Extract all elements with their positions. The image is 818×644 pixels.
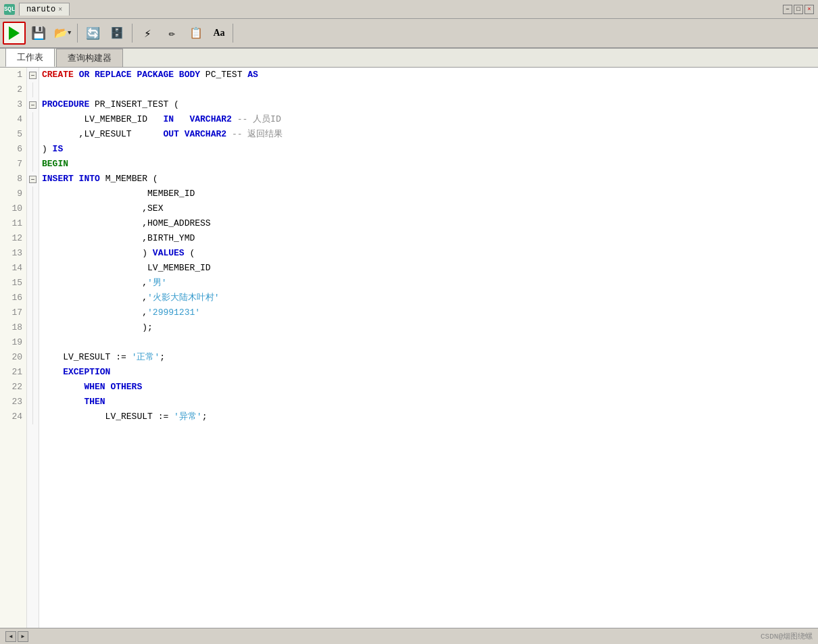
fold-guide-line xyxy=(32,365,33,380)
fold-minus-icon[interactable]: − xyxy=(29,176,37,183)
line-number: 15 xyxy=(0,276,26,291)
open-button[interactable]: 📂 ▼ xyxy=(51,22,74,45)
maximize-button[interactable]: □ xyxy=(794,5,803,14)
code-token: AS xyxy=(247,70,258,80)
line-number: 13 xyxy=(0,246,26,261)
code-line: ,BIRTH_YMD xyxy=(42,231,818,246)
gutter-cell[interactable]: − xyxy=(27,172,39,187)
code-token: '火影大陆木叶村' xyxy=(147,293,220,303)
code-token: OUT VARCHAR2 xyxy=(163,129,226,139)
code-token: , xyxy=(42,278,147,288)
code-token: ; xyxy=(202,412,208,422)
fold-guide-line xyxy=(32,157,33,172)
commit-icon: 📋 xyxy=(189,26,203,40)
scroll-right-button[interactable]: ▶ xyxy=(18,631,28,642)
line-number: 23 xyxy=(0,395,26,410)
connect-button[interactable]: 🗄️ xyxy=(105,22,128,45)
line-number-column: 123456789101112131415161718192021222324 xyxy=(0,68,27,628)
run-button[interactable] xyxy=(3,22,26,45)
code-line: ,SEX xyxy=(42,201,818,216)
gutter-cell xyxy=(27,320,39,335)
title-tab[interactable]: naruto × xyxy=(19,3,70,16)
refresh-icon: 🔄 xyxy=(86,26,100,41)
code-token: '29991231' xyxy=(147,307,200,318)
fold-minus-icon[interactable]: − xyxy=(29,101,37,109)
fold-guide-line xyxy=(32,231,33,246)
code-line: ,'男' xyxy=(42,276,818,291)
fold-minus-icon[interactable]: − xyxy=(29,72,37,79)
gutter-cell xyxy=(27,276,39,291)
code-token: LV_MEMBER_ID xyxy=(42,263,211,273)
fold-guide-line xyxy=(32,201,33,216)
execute-button[interactable]: ⚡ xyxy=(136,22,159,45)
line-number: 3 xyxy=(0,97,26,112)
code-line: WHEN OTHERS xyxy=(42,380,818,395)
code-line: ); xyxy=(42,320,818,335)
line-number: 24 xyxy=(0,410,26,424)
code-token xyxy=(232,114,237,124)
code-token: ( xyxy=(185,248,195,258)
fold-guide-line xyxy=(32,216,33,231)
open-icon: 📂 xyxy=(54,26,68,40)
fold-guide-line xyxy=(32,187,33,201)
fold-guide-line xyxy=(32,380,33,395)
toolbar: 💾 📂 ▼ 🔄 🗄️ ⚡ ✏️ 📋 Aa xyxy=(0,19,818,49)
gutter-cell xyxy=(27,231,39,246)
commit-button[interactable]: 📋 xyxy=(185,22,208,45)
gutter-cell xyxy=(27,395,39,410)
save-button[interactable]: 💾 xyxy=(27,22,50,45)
code-line: MEMBER_ID xyxy=(42,187,818,201)
fold-guide-line xyxy=(32,291,33,305)
code-line: LV_MEMBER_ID IN VARCHAR2 -- 人员ID xyxy=(42,112,818,127)
code-line: THEN xyxy=(42,395,818,410)
scroll-left-button[interactable]: ◀ xyxy=(5,631,16,642)
execute-icon: ⚡ xyxy=(144,26,151,41)
code-token: LV_MEMBER_ID xyxy=(42,114,163,124)
open-dropdown-arrow: ▼ xyxy=(68,30,71,36)
fold-guide-line xyxy=(32,305,33,320)
code-token: OR REPLACE PACKAGE BODY xyxy=(79,70,200,80)
code-token: ); xyxy=(42,322,153,332)
code-token: LV_RESULT := xyxy=(42,352,132,362)
fold-guide-line xyxy=(32,350,33,365)
code-token: EXCEPTION xyxy=(42,367,110,377)
title-tab-close[interactable]: × xyxy=(58,6,62,14)
app-icon: SQL xyxy=(4,4,15,15)
close-button[interactable]: × xyxy=(804,5,814,14)
minimize-button[interactable]: − xyxy=(783,5,792,14)
clear-button[interactable]: ✏️ xyxy=(160,22,183,45)
line-number: 1 xyxy=(0,68,26,82)
fold-guide-line xyxy=(32,276,33,291)
gutter-cell[interactable]: − xyxy=(27,68,39,82)
code-token: MEMBER_ID xyxy=(42,189,195,199)
connect-icon: 🗄️ xyxy=(110,26,124,40)
format-button[interactable]: Aa xyxy=(209,22,228,45)
tab-worksheet-label: 工作表 xyxy=(17,53,43,63)
gutter-cell xyxy=(27,380,39,395)
code-column[interactable]: CREATE OR REPLACE PACKAGE BODY PC_TEST A… xyxy=(39,68,818,628)
line-number: 12 xyxy=(0,231,26,246)
code-line: ,HOME_ADDRESS xyxy=(42,216,818,231)
line-number: 10 xyxy=(0,201,26,216)
app-icon-label: SQL xyxy=(4,6,15,13)
refresh-button[interactable]: 🔄 xyxy=(81,22,104,45)
code-token: ,LV_RESULT xyxy=(42,129,163,139)
code-line: ) IS xyxy=(42,142,818,157)
tab-querybuilder[interactable]: 查询构建器 xyxy=(56,49,123,67)
line-number: 14 xyxy=(0,261,26,276)
line-number: 21 xyxy=(0,365,26,380)
gutter-cell xyxy=(27,350,39,365)
editor-area[interactable]: 123456789101112131415161718192021222324−… xyxy=(0,68,818,628)
code-line xyxy=(42,82,818,97)
gutter-cell xyxy=(27,157,39,172)
code-token: WHEN OTHERS xyxy=(42,382,142,392)
scroll-buttons: ◀ ▶ xyxy=(5,631,28,642)
fold-guide-line xyxy=(32,320,33,335)
fold-guide-line xyxy=(32,395,33,410)
gutter-cell xyxy=(27,365,39,380)
gutter-cell[interactable]: − xyxy=(27,97,39,112)
title-tab-label: naruto xyxy=(26,5,55,14)
tab-bar: 工作表 查询构建器 xyxy=(0,49,818,68)
code-line: LV_RESULT := '异常'; xyxy=(42,410,818,424)
tab-worksheet[interactable]: 工作表 xyxy=(5,48,55,67)
